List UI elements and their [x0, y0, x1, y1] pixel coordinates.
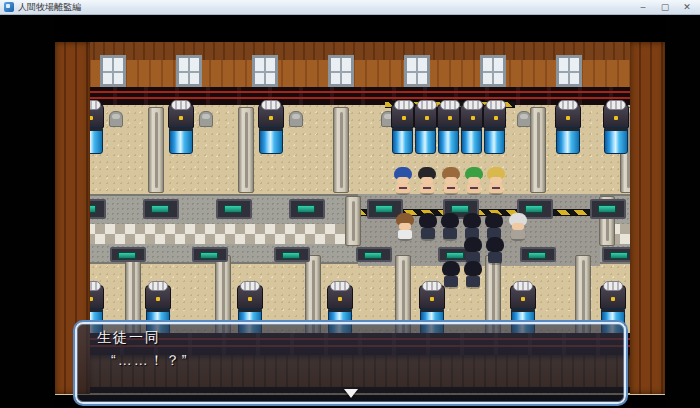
wall-window — [404, 55, 430, 87]
dialog-text: “……！？” — [111, 352, 188, 370]
character-girl — [441, 167, 461, 195]
wall-window — [252, 55, 278, 87]
sprite-face — [445, 177, 457, 184]
control-console — [143, 199, 179, 219]
app-icon — [4, 2, 14, 12]
control-console — [110, 247, 146, 262]
machine-seat — [289, 111, 303, 127]
right-wall-column — [630, 42, 665, 394]
machine-seat — [199, 111, 213, 127]
sprite-body — [488, 252, 502, 263]
tank-tube-bundle — [558, 100, 578, 110]
sprite-hair — [463, 213, 481, 228]
tank-indicator-light — [156, 297, 160, 301]
tank-tube-bundle — [148, 281, 168, 291]
tank-tube-bundle — [513, 281, 533, 291]
sprite-body — [443, 228, 457, 239]
tank-blue-cylinder — [415, 127, 436, 154]
tank-blue-cylinder — [604, 127, 628, 154]
sprite-hair — [419, 213, 437, 228]
maximize-button[interactable]: ▢ — [654, 0, 676, 15]
sprite-body — [467, 184, 481, 193]
sprite-hair — [486, 237, 504, 252]
tank-tube-bundle — [171, 100, 191, 110]
character-npc — [508, 213, 528, 241]
rail — [333, 107, 349, 193]
tank-indicator-light — [179, 116, 183, 120]
continue-indicator-icon — [344, 389, 358, 398]
character-student — [418, 213, 438, 241]
console-screen — [446, 252, 464, 259]
character-student — [441, 261, 461, 289]
window-controls: – ▢ ✕ — [632, 0, 698, 15]
sprite-hair — [441, 213, 459, 228]
console-screen — [598, 205, 616, 213]
window-title: 人間牧場離監編 — [18, 0, 81, 15]
tank-indicator-light — [471, 116, 475, 120]
tank-blue-cylinder — [392, 127, 413, 154]
sprite-body — [421, 228, 435, 239]
console-screen — [451, 205, 469, 213]
character-student — [463, 261, 483, 289]
tank-tube-bundle — [394, 100, 414, 110]
sprite-face — [397, 177, 409, 184]
cultivation-tank — [483, 104, 506, 156]
tank-blue-cylinder — [556, 127, 580, 154]
control-console — [192, 247, 228, 262]
tank-indicator-light — [430, 297, 434, 301]
character-girl — [486, 167, 506, 195]
console-screen — [525, 205, 543, 213]
sprite-face — [468, 177, 480, 184]
sprite-body — [466, 276, 480, 287]
sprite-face — [421, 177, 433, 184]
tank-indicator-light — [494, 116, 498, 120]
close-button[interactable]: ✕ — [676, 0, 698, 15]
wall-window — [328, 55, 354, 87]
wall-window — [556, 55, 582, 87]
console-screen — [364, 252, 382, 259]
cultivation-tank — [168, 104, 194, 156]
console-screen — [200, 252, 218, 259]
character-girl — [417, 167, 437, 195]
rail — [238, 107, 254, 193]
console-screen — [528, 252, 546, 259]
console-screen — [151, 205, 169, 213]
cultivation-tank — [391, 104, 414, 156]
tank-indicator-light — [614, 116, 618, 120]
console-screen — [282, 252, 300, 259]
tank-indicator-light — [566, 116, 570, 120]
control-console — [590, 199, 626, 219]
character-student — [485, 237, 505, 265]
control-console — [520, 247, 556, 262]
sprite-body — [396, 184, 410, 193]
tank-tube-bundle — [422, 281, 442, 291]
window-titlebar[interactable]: 人間牧場離監編 – ▢ ✕ — [0, 0, 700, 15]
sprite-hair — [442, 261, 460, 276]
console-screen — [118, 252, 136, 259]
wall-window — [176, 55, 202, 87]
control-console — [289, 199, 325, 219]
cultivation-tank — [437, 104, 460, 156]
cultivation-tank — [460, 104, 483, 156]
sprite-hair — [464, 261, 482, 276]
diamond-tile-band — [55, 224, 358, 244]
sprite-face — [399, 223, 411, 230]
sprite-body — [444, 276, 458, 287]
tank-tube-bundle — [486, 100, 506, 110]
character-npc — [395, 213, 415, 241]
console-screen — [375, 205, 393, 213]
character-student — [440, 213, 460, 241]
tank-indicator-light — [425, 116, 429, 120]
tank-tube-bundle — [603, 281, 623, 291]
tank-indicator-light — [402, 116, 406, 120]
character-girl — [393, 167, 413, 195]
tank-tube-bundle — [240, 281, 260, 291]
console-screen — [297, 205, 315, 213]
tank-tube-bundle — [463, 100, 483, 110]
character-girl — [464, 167, 484, 195]
sprite-hair — [464, 237, 482, 252]
cultivation-tank — [258, 104, 284, 156]
minimize-button[interactable]: – — [632, 0, 654, 15]
tank-indicator-light — [248, 297, 252, 301]
tank-indicator-light — [269, 116, 273, 120]
